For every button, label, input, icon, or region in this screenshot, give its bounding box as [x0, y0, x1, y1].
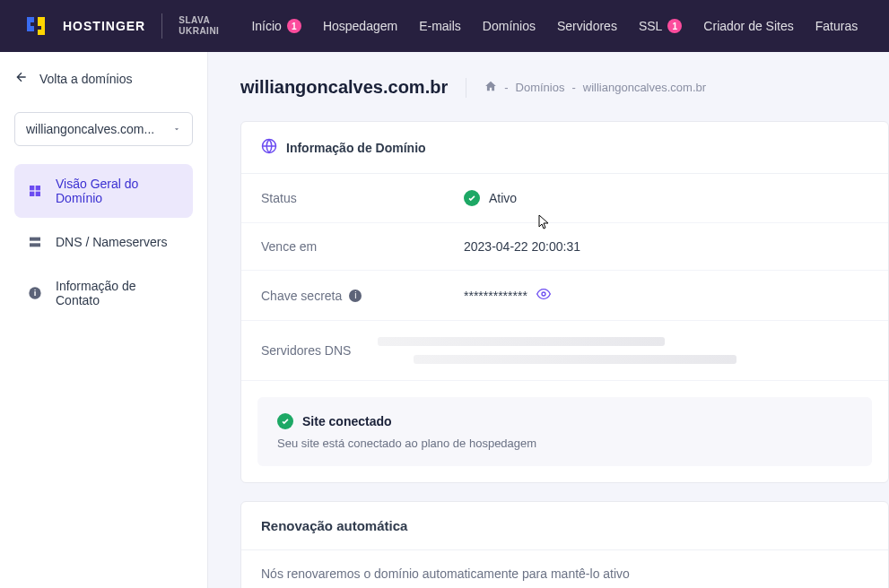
- nav-label: Criador de Sites: [703, 19, 793, 33]
- back-to-domains[interactable]: Volta a domínios: [14, 70, 193, 87]
- breadcrumb: - Domínios - williangoncalves.com.br: [484, 80, 706, 95]
- nav-ssl[interactable]: SSL 1: [639, 19, 682, 33]
- nav-servidores[interactable]: Servidores: [557, 19, 617, 33]
- slava-line2: UKRAINI: [179, 26, 219, 37]
- svg-rect-0: [30, 186, 34, 190]
- connected-subtitle: Seu site está conectado ao plano de hosp…: [277, 437, 852, 450]
- slava-ukraini: SLAVA UKRAINI: [179, 15, 219, 37]
- auto-renew-title: Renovação automática: [241, 502, 888, 550]
- check-circle-icon: [277, 413, 293, 429]
- svg-point-9: [542, 292, 545, 296]
- secret-value: *************: [464, 287, 551, 304]
- breadcrumb-dominios[interactable]: Domínios: [516, 81, 565, 94]
- nav-label: Faturas: [815, 19, 858, 33]
- secret-masked: *************: [464, 289, 527, 303]
- site-connected-box: Site conectado Seu site está conectado a…: [257, 397, 872, 466]
- page-title: williangoncalves.com.br: [240, 77, 448, 98]
- row-secret: Chave secreta i *************: [241, 271, 888, 321]
- info-tooltip-icon[interactable]: i: [349, 290, 362, 302]
- status-text: Ativo: [489, 191, 517, 205]
- nav-inicio[interactable]: Início 1: [251, 19, 301, 33]
- nav-faturas[interactable]: Faturas: [815, 19, 858, 33]
- dashboard-icon: [27, 183, 43, 199]
- status-value: Ativo: [464, 190, 517, 206]
- brand-name: HOSTINGER: [63, 19, 145, 33]
- nav-label: Domínios: [483, 19, 536, 33]
- card-title: Informação de Domínio: [286, 141, 426, 155]
- connected-title: Site conectado: [277, 413, 852, 429]
- eye-icon[interactable]: [536, 287, 551, 304]
- nav-badge: 1: [667, 19, 682, 33]
- title-divider: [466, 78, 466, 98]
- nav-dominios[interactable]: Domínios: [483, 19, 536, 33]
- status-label: Status: [261, 191, 464, 205]
- dns-label: Servidores DNS: [261, 343, 378, 358]
- nav-label: Início: [251, 19, 281, 33]
- top-navbar: HOSTINGER SLAVA UKRAINI Início 1 Hospeda…: [0, 0, 889, 52]
- domain-selector[interactable]: williangoncalves.com...: [14, 112, 193, 146]
- check-circle-icon: [464, 190, 480, 206]
- nav-label: Hospedagem: [323, 19, 397, 33]
- breadcrumb-sep: -: [504, 81, 508, 94]
- brand-divider: [161, 13, 162, 39]
- breadcrumb-current: williangoncalves.com.br: [583, 81, 706, 94]
- home-icon[interactable]: [484, 80, 497, 95]
- domain-info-card: Informação de Domínio Status Ativo Vence…: [240, 121, 889, 483]
- svg-rect-2: [30, 192, 34, 196]
- svg-rect-4: [30, 238, 40, 241]
- slava-line1: SLAVA: [179, 15, 219, 26]
- svg-rect-5: [30, 243, 40, 246]
- sidebar-item-label: Visão Geral do Domínio: [56, 177, 180, 205]
- row-status: Status Ativo: [241, 174, 888, 223]
- secret-label: Chave secreta i: [261, 289, 464, 303]
- sidebar-item-contact[interactable]: i Informação de Contato: [14, 266, 193, 320]
- sidebar-item-dns[interactable]: DNS / Nameservers: [14, 221, 193, 263]
- dns-values-redacted: [378, 337, 868, 364]
- sidebar-item-label: Informação de Contato: [56, 279, 180, 307]
- redacted-bar: [414, 355, 736, 364]
- back-label: Volta a domínios: [39, 72, 133, 86]
- globe-icon: [261, 138, 277, 157]
- secret-label-text: Chave secreta: [261, 289, 342, 303]
- sidebar: Volta a domínios williangoncalves.com...…: [0, 52, 208, 588]
- nav-badge: 1: [287, 19, 301, 33]
- nav-label: SSL: [639, 19, 662, 33]
- card-header: Informação de Domínio: [241, 122, 888, 174]
- expires-label: Vence em: [261, 239, 464, 254]
- nav-emails[interactable]: E-mails: [419, 19, 461, 33]
- page-header: williangoncalves.com.br - Domínios - wil…: [240, 77, 889, 98]
- dns-icon: [27, 234, 43, 250]
- nav-label: Servidores: [557, 19, 617, 33]
- redacted-bar: [378, 337, 665, 346]
- row-dns: Servidores DNS: [241, 321, 888, 381]
- main-content: williangoncalves.com.br - Domínios - wil…: [208, 52, 889, 588]
- selected-domain-text: williangoncalves.com...: [26, 122, 154, 136]
- auto-renew-card: Renovação automática Nós renovaremos o d…: [240, 501, 889, 588]
- expires-value: 2023-04-22 20:00:31: [464, 239, 580, 254]
- nav-label: E-mails: [419, 19, 461, 33]
- svg-rect-1: [36, 186, 40, 190]
- auto-renew-body: Nós renovaremos o domínio automaticament…: [241, 550, 888, 588]
- nav-criador-sites[interactable]: Criador de Sites: [703, 19, 793, 33]
- connected-title-text: Site conectado: [302, 414, 392, 428]
- brand-block: HOSTINGER SLAVA UKRAINI: [25, 13, 219, 39]
- chevron-down-icon: [172, 122, 181, 136]
- breadcrumb-sep: -: [571, 81, 575, 94]
- info-icon: i: [27, 285, 43, 301]
- svg-text:i: i: [34, 289, 37, 298]
- row-expires: Vence em 2023-04-22 20:00:31: [241, 223, 888, 271]
- nav-hospedagem[interactable]: Hospedagem: [323, 19, 397, 33]
- hostinger-logo-icon: [25, 15, 47, 37]
- svg-rect-3: [36, 192, 40, 196]
- primary-nav: Início 1 Hospedagem E-mails Domínios Ser…: [251, 19, 858, 33]
- sidebar-item-label: DNS / Nameservers: [56, 235, 167, 249]
- sidebar-item-overview[interactable]: Visão Geral do Domínio: [14, 164, 193, 218]
- arrow-left-icon: [14, 70, 29, 87]
